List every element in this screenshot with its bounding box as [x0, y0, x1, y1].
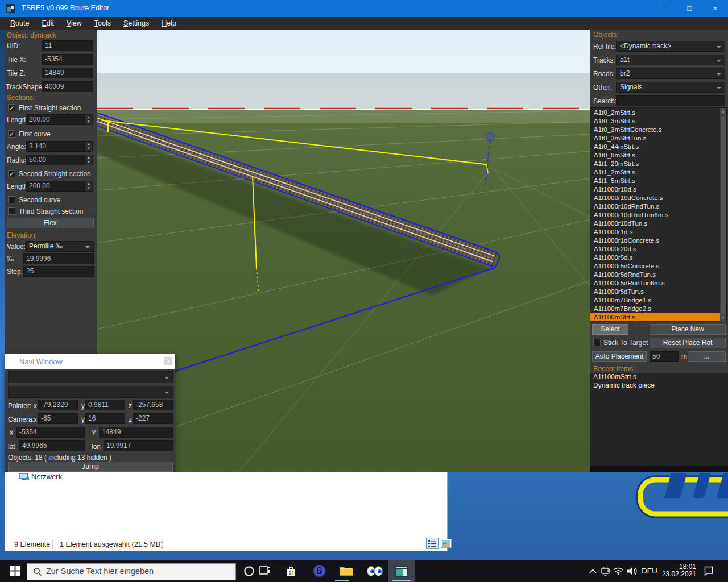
- track-list-item[interactable]: A1t100m7Bridge2.s: [590, 305, 720, 313]
- camera-x-field[interactable]: -65: [38, 413, 78, 424]
- track-shape-list[interactable]: A1t0_2mStrt.sA1t0_3mStrt.sA1t0_3mStrtCon…: [590, 107, 727, 322]
- length1-spinner[interactable]: ▲ ▼: [85, 114, 93, 125]
- spinner-down-icon[interactable]: ▼: [85, 146, 92, 151]
- track-list-item[interactable]: A1t1000r5dTun.s: [590, 288, 720, 296]
- permille-field[interactable]: 19.9996: [23, 253, 94, 264]
- minimize-button[interactable]: –: [651, 0, 677, 17]
- track-list-item[interactable]: A1t1_5mStrt.s: [590, 177, 720, 185]
- ref-file-dropdown[interactable]: <Dynamic track>: [616, 41, 725, 52]
- length1-field[interactable]: 200.00: [26, 114, 85, 125]
- spinner-up-icon[interactable]: ▲: [85, 115, 92, 119]
- eyes-app-icon[interactable]: [362, 560, 387, 582]
- spinner-up-icon[interactable]: ▲: [85, 181, 92, 186]
- menu-item[interactable]: Tools: [88, 17, 117, 30]
- length2-field[interactable]: 200.00: [26, 181, 85, 192]
- first-straight-checkbox[interactable]: ✓: [8, 104, 15, 111]
- clock[interactable]: 18:01 23.02.2021: [660, 563, 696, 578]
- length2-spinner[interactable]: ▲ ▼: [85, 181, 93, 192]
- scroll-up-icon[interactable]: ▲: [720, 108, 726, 115]
- select-button[interactable]: Select: [592, 324, 628, 335]
- recent-item[interactable]: Dynamic track piece: [590, 381, 728, 390]
- tsre5-taskbar-tile[interactable]: [388, 560, 415, 582]
- navi-titlebar[interactable]: Navi Window x: [5, 354, 175, 369]
- lon-field[interactable]: 19.9917: [104, 440, 173, 451]
- recent-items-list[interactable]: A1t100mStrt.sDynamic track piece: [590, 373, 728, 466]
- pointer-x-field[interactable]: -79.2329: [38, 400, 78, 410]
- stick-to-target-checkbox[interactable]: [593, 339, 601, 346]
- track-list-item[interactable]: A1t1000r10dConcrete.s: [590, 194, 720, 202]
- track-list-item[interactable]: A1t1_29mStrt.s: [590, 160, 720, 168]
- spinner-down-icon[interactable]: ▼: [85, 160, 92, 164]
- view-thumbnail-icon[interactable]: [441, 539, 452, 548]
- search-input[interactable]: [616, 95, 725, 106]
- jump-button[interactable]: Jump: [8, 462, 173, 472]
- titlebar[interactable]: TSRE5 v0.699 Route Editor – □ ×: [0, 0, 728, 17]
- more-button[interactable]: ...: [688, 351, 726, 362]
- language-indicator[interactable]: DEU: [640, 560, 659, 582]
- track-list-item[interactable]: A1t1000r5dRndTun.s: [590, 271, 720, 279]
- close-button[interactable]: ×: [702, 0, 728, 17]
- menu-item[interactable]: Settings: [117, 17, 155, 30]
- menu-item[interactable]: View: [60, 17, 88, 30]
- track-list-item[interactable]: A1t0_3mStrtConcrete.s: [590, 126, 720, 134]
- track-list-item[interactable]: A1t0_3mStrtTun.s: [590, 134, 720, 143]
- camera-y-field[interactable]: 16: [85, 413, 125, 424]
- navi-close-icon[interactable]: x: [164, 357, 172, 365]
- flex-button[interactable]: Flex: [7, 218, 94, 228]
- tracks-dropdown[interactable]: a1t: [616, 55, 725, 65]
- task-view-icon[interactable]: [257, 560, 273, 582]
- scrollbar-thumb[interactable]: [721, 116, 726, 314]
- navi-window[interactable]: Navi Window x Pointer: x -79.2329 y 0.98…: [5, 354, 175, 472]
- menu-item[interactable]: Route: [4, 17, 35, 30]
- menu-item[interactable]: Help: [155, 17, 183, 30]
- spinner-up-icon[interactable]: ▲: [85, 142, 92, 146]
- tile-x-field[interactable]: -5354: [16, 427, 85, 438]
- cortana-icon[interactable]: [241, 560, 257, 582]
- taskbar[interactable]: Zur Suche Text hier eingeben: [0, 560, 728, 582]
- elevation-unit-dropdown[interactable]: Permille ‰: [25, 241, 94, 252]
- navi-route-dropdown[interactable]: [8, 371, 173, 383]
- track-list-item[interactable]: A1t1000r20d.s: [590, 245, 720, 253]
- track-list-item[interactable]: A1t1000r5dRndTun6m.s: [590, 279, 720, 288]
- radius-spinner[interactable]: ▲ ▼: [85, 155, 93, 165]
- angle-spinner[interactable]: ▲ ▼: [85, 141, 93, 152]
- pointer-z-field[interactable]: -257.658: [133, 400, 173, 410]
- roads-dropdown[interactable]: br2: [616, 68, 725, 79]
- pointer-y-field[interactable]: 0.9811: [85, 400, 125, 410]
- track-list-item[interactable]: A1t0_2mStrt.s: [590, 109, 720, 117]
- tile-y-field[interactable]: 14849: [99, 427, 173, 438]
- maximize-button[interactable]: □: [677, 0, 702, 17]
- navi-object-dropdown[interactable]: [8, 386, 173, 398]
- start-button[interactable]: [5, 560, 25, 582]
- tilez-field[interactable]: 14849: [42, 68, 93, 78]
- track-list-item[interactable]: A1t1000r5dConcrete.s: [590, 262, 720, 271]
- track-list-item[interactable]: A1t1_2mStrt.s: [590, 168, 720, 177]
- spinner-up-icon[interactable]: ▲: [85, 155, 92, 160]
- spinner-down-icon[interactable]: ▼: [85, 119, 92, 124]
- track-list-item[interactable]: A1t1000r10dRndTun.s: [590, 202, 720, 211]
- scroll-down-icon[interactable]: ▼: [720, 314, 726, 322]
- view-details-icon[interactable]: [426, 538, 439, 549]
- track-list-item[interactable]: A1t1000r1dConcrete.s: [590, 236, 720, 245]
- angle-field[interactable]: 3.140: [26, 141, 85, 152]
- recent-item[interactable]: A1t100mStrt.s: [590, 373, 728, 381]
- track-list-item[interactable]: A1t100m7Bridge1.s: [590, 296, 720, 305]
- track-list-item[interactable]: A1t0_8mStrt.s: [590, 151, 720, 160]
- track-list-item[interactable]: A1t1000r10d.s: [590, 185, 720, 194]
- track-list-item[interactable]: A1t1000r10dRndTun6m.s: [590, 211, 720, 219]
- tilex-field[interactable]: -5354: [42, 54, 93, 65]
- track-list-scrollbar[interactable]: ▲ ▼: [720, 108, 726, 322]
- track-list-item[interactable]: A1t0_3mStrt.s: [590, 117, 720, 126]
- lat-field[interactable]: 49.9965: [19, 440, 85, 451]
- uid-field[interactable]: 11: [42, 40, 93, 51]
- tray-chevron-icon[interactable]: [586, 560, 599, 582]
- notification-center-icon[interactable]: [700, 560, 717, 582]
- file-explorer-icon[interactable]: [334, 560, 359, 582]
- place-new-button[interactable]: Place New: [650, 324, 726, 335]
- track-list-item[interactable]: A1t100mStrt.s: [590, 313, 720, 321]
- ms-store-icon[interactable]: [279, 560, 304, 582]
- reset-place-rot-button[interactable]: Reset Place Rot: [650, 338, 726, 348]
- other-dropdown[interactable]: Signals: [616, 82, 725, 93]
- auto-placement-distance-field[interactable]: 50: [650, 351, 679, 362]
- second-curve-checkbox[interactable]: [8, 196, 15, 203]
